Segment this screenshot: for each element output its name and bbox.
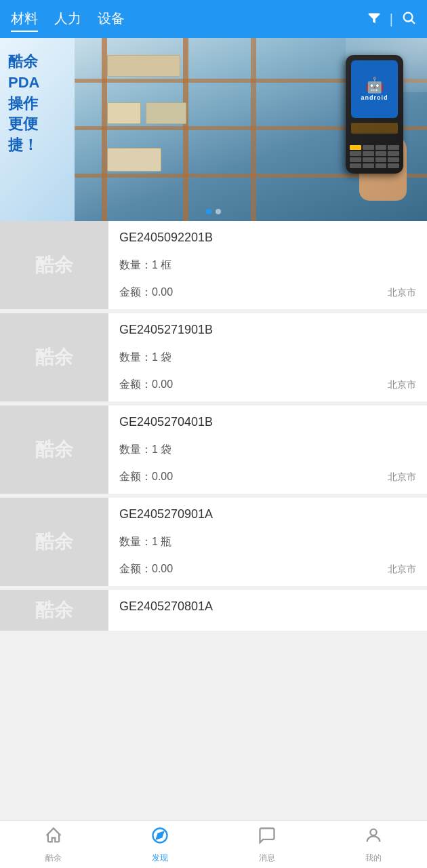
- item-amount: 金额：0.00: [119, 470, 173, 484]
- item-logo: 酷余: [0, 590, 108, 631]
- bottom-nav-home[interactable]: 酷余: [26, 826, 81, 864]
- item-list: 酷余 GE2405092201B 数量：1 框 金额：0.00 北京市 酷余 G…: [0, 221, 427, 631]
- bottom-nav-messages[interactable]: 消息: [240, 826, 294, 864]
- bottom-nav-discover[interactable]: 发现: [133, 826, 187, 864]
- item-content: GE2405271901B 数量：1 袋 金额：0.00 北京市: [108, 313, 427, 401]
- banner-text-area: 酷余 PDA 操作 更便 捷！: [0, 38, 81, 170]
- item-quantity: 数量：1 瓶: [119, 535, 416, 549]
- item-content: GE2405270401B 数量：1 袋 金额：0.00 北京市: [108, 406, 427, 494]
- list-item[interactable]: 酷余 GE2405270401B 数量：1 袋 金额：0.00 北京市: [0, 406, 427, 494]
- item-location: 北京市: [388, 471, 416, 484]
- banner: 酷余 PDA 操作 更便 捷！ 🤖 android: [0, 38, 427, 221]
- item-amount: 金额：0.00: [119, 562, 173, 576]
- nav-tabs: 材料 人力 设备: [11, 7, 125, 32]
- item-id: GE2405270801A: [119, 599, 416, 614]
- item-bottom-row: 金额：0.00 北京市: [119, 562, 416, 576]
- list-item[interactable]: 酷余 GE2405270901A 数量：1 瓶 金额：0.00 北京市: [0, 498, 427, 586]
- banner-dot-2[interactable]: [216, 209, 221, 214]
- svg-marker-3: [157, 832, 163, 839]
- item-id: GE2405270901A: [119, 507, 416, 521]
- compass-icon: [150, 826, 169, 850]
- banner-dot-1[interactable]: [206, 209, 211, 214]
- item-location: 北京市: [388, 564, 416, 576]
- item-bottom-row: 金额：0.00 北京市: [119, 470, 416, 484]
- item-amount: 金额：0.00: [119, 285, 173, 300]
- item-bottom-row: 金额：0.00 北京市: [119, 378, 416, 392]
- person-icon: [364, 826, 383, 850]
- item-quantity: 数量：1 袋: [119, 351, 416, 365]
- item-logo: 酷余: [0, 498, 108, 586]
- search-button[interactable]: [401, 10, 416, 28]
- bottom-nav-profile[interactable]: 我的: [346, 826, 401, 864]
- bottom-navigation: 酷余 发现 消息 我的: [0, 821, 427, 868]
- item-quantity: 数量：1 袋: [119, 443, 416, 457]
- bottom-nav-profile-label: 我的: [365, 852, 382, 864]
- item-bottom-row: 金额：0.00 北京市: [119, 285, 416, 300]
- bottom-nav-discover-label: 发现: [152, 852, 168, 864]
- item-id: GE2405270401B: [119, 415, 416, 429]
- nav-action-icons: |: [367, 10, 416, 28]
- pda-device-image: 🤖 android: [325, 52, 413, 201]
- nav-tab-personnel[interactable]: 人力: [54, 7, 81, 32]
- filter-button[interactable]: [367, 10, 382, 28]
- item-location: 北京市: [388, 379, 416, 391]
- nav-divider: |: [390, 12, 393, 27]
- list-item[interactable]: 酷余 GE2405271901B 数量：1 袋 金额：0.00 北京市: [0, 313, 427, 401]
- item-id: GE2405271901B: [119, 323, 416, 337]
- nav-tab-equipment[interactable]: 设备: [98, 7, 125, 32]
- banner-dots: [206, 209, 221, 214]
- svg-point-4: [371, 829, 377, 835]
- bottom-nav-home-label: 酷余: [45, 852, 62, 864]
- list-item[interactable]: 酷余 GE2405270801A: [0, 590, 427, 631]
- list-item[interactable]: 酷余 GE2405092201B 数量：1 框 金额：0.00 北京市: [0, 221, 427, 309]
- item-content: GE2405092201B 数量：1 框 金额：0.00 北京市: [108, 221, 427, 309]
- svg-line-1: [411, 20, 414, 23]
- top-navigation: 材料 人力 设备 |: [0, 0, 427, 38]
- item-content: GE2405270801A: [108, 590, 427, 631]
- item-logo: 酷余: [0, 406, 108, 494]
- nav-tab-materials[interactable]: 材料: [11, 7, 38, 32]
- banner-title: 酷余 PDA 操作 更便 捷！: [8, 52, 73, 156]
- item-logo: 酷余: [0, 221, 108, 309]
- item-id: GE2405092201B: [119, 231, 416, 245]
- item-amount: 金额：0.00: [119, 378, 173, 392]
- message-icon: [258, 826, 277, 850]
- item-location: 北京市: [388, 287, 416, 299]
- item-quantity: 数量：1 框: [119, 258, 416, 273]
- item-content: GE2405270901A 数量：1 瓶 金额：0.00 北京市: [108, 498, 427, 586]
- home-icon: [44, 826, 63, 850]
- bottom-nav-messages-label: 消息: [259, 852, 275, 864]
- item-logo: 酷余: [0, 313, 108, 401]
